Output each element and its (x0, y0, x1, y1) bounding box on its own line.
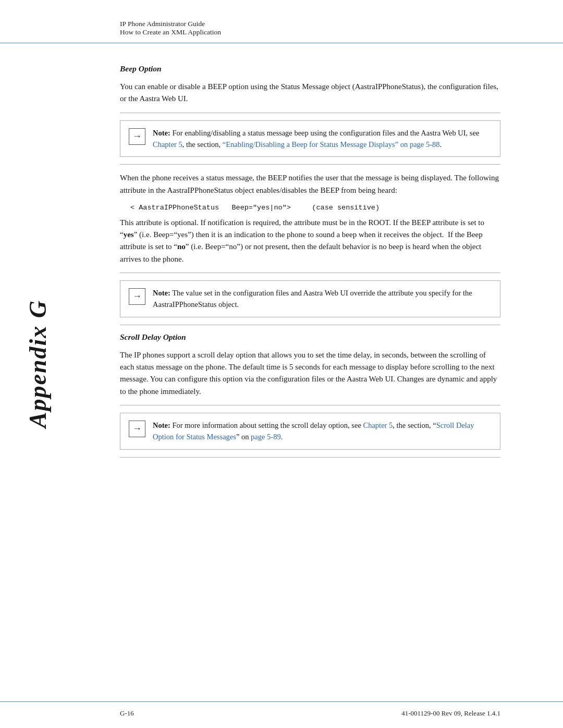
divider-5 (120, 405, 500, 405)
scroll-delay-section: Scroll Delay Option The IP phones suppor… (120, 332, 500, 458)
header-line2: How to Create an XML Application (120, 28, 500, 36)
scroll-delay-heading: Scroll Delay Option (120, 332, 500, 342)
divider-2 (120, 164, 500, 165)
note-bold-1: Note: (153, 129, 170, 137)
divider-1 (120, 113, 500, 113)
beep-para3: This attribute is optional. If notificat… (120, 217, 500, 265)
beep-code-line: < AastraIPPhoneStatus Beep="yes|no"> (ca… (130, 204, 500, 212)
note3-link1[interactable]: Chapter 5 (363, 421, 393, 429)
note-arrow-icon-2: → (129, 288, 145, 305)
footer-doc-info: 41-001129-00 Rev 09, Release 1.4.1 (401, 709, 500, 718)
note-box-2: → Note: The value set in the configurati… (120, 280, 500, 317)
scroll-delay-para1: The IP phones support a scroll delay opt… (120, 349, 500, 398)
note-bold-3: Note: (153, 421, 170, 429)
divider-4 (120, 325, 500, 325)
appendix-label: Appendix G (24, 300, 52, 428)
note-box-1: → Note: For enabling/disabling a status … (120, 120, 500, 157)
header-line1: IP Phone Administrator Guide (120, 20, 500, 28)
note-content-1: Note: For enabling/disabling a status me… (153, 127, 492, 151)
page-footer: G-16 41-001129-00 Rev 09, Release 1.4.1 (0, 701, 563, 728)
note1-link1[interactable]: Chapter 5 (153, 140, 182, 149)
note-arrow-icon-1: → (129, 128, 145, 145)
page: IP Phone Administrator Guide How to Crea… (0, 0, 563, 728)
beep-option-section: Beep Option You can enable or disable a … (120, 64, 500, 325)
note-bold-2: Note: (153, 289, 170, 297)
note-content-3: Note: For more information about setting… (153, 419, 492, 443)
appendix-sidebar: Appendix G (20, 57, 55, 671)
note1-link2[interactable]: “Enabling/Disabling a Beep for Status Me… (223, 140, 440, 149)
divider-6 (120, 457, 500, 458)
note3-link3[interactable]: page 5-89 (251, 433, 281, 441)
beep-para2: When the phone receives a status message… (120, 172, 500, 196)
note-arrow-icon-3: → (129, 421, 145, 437)
beep-option-heading: Beep Option (120, 64, 500, 73)
note-content-2: Note: The value set in the configuration… (153, 287, 492, 311)
divider-3 (120, 273, 500, 273)
beep-intro-para: You can enable or disable a BEEP option … (120, 81, 500, 105)
main-content: Beep Option You can enable or disable a … (0, 43, 563, 701)
note-box-3: → Note: For more information about setti… (120, 413, 500, 450)
page-header: IP Phone Administrator Guide How to Crea… (0, 0, 563, 43)
footer-page-number: G-16 (120, 709, 134, 718)
